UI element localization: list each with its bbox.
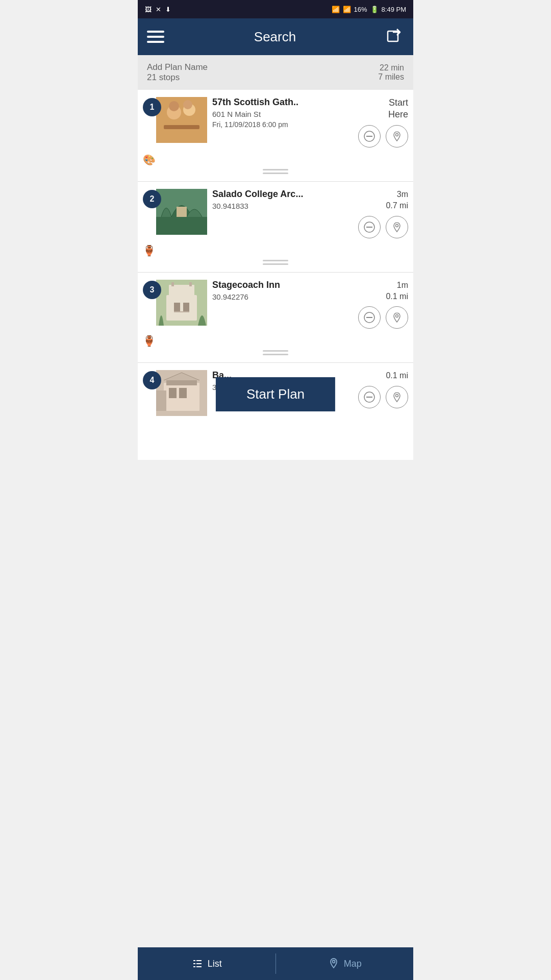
svg-rect-13 [177, 207, 187, 217]
svg-rect-18 [166, 295, 197, 321]
stop-right-3: 1m0.1 mi [358, 280, 408, 329]
svg-point-16 [396, 224, 398, 227]
stop-category-icon-1: 🎨 [143, 154, 156, 166]
battery-icon: 🔋 [370, 6, 379, 13]
stop-start-here: StartHere [388, 97, 408, 121]
battery-level: 16% [354, 6, 367, 13]
stop-item-2: 2 Salado College Arc... 30.941833 [138, 182, 413, 273]
wifi-icon: 📶 [332, 6, 340, 13]
remove-stop-1-button[interactable] [358, 125, 381, 148]
svg-rect-2 [156, 97, 207, 143]
stops-count: 21 stops [147, 72, 208, 83]
remove-stop-2-button[interactable] [358, 216, 381, 238]
status-bar: 🖼 ✕ ⬇ 📶 📶 16% 🔋 8:49 PM [138, 0, 413, 18]
stop-thumbnail-2 [156, 189, 207, 235]
stop-actions-2 [358, 216, 408, 238]
status-info: 📶 📶 16% 🔋 8:49 PM [332, 6, 406, 13]
map-stop-1-button[interactable] [386, 125, 408, 148]
status-icons: 🖼 ✕ ⬇ [145, 6, 171, 13]
svg-point-6 [169, 101, 179, 111]
map-stop-3-button[interactable] [386, 306, 408, 329]
stop-right-4: 0.1 mi [358, 370, 408, 408]
stop-right-1: StartHere [358, 97, 408, 148]
stop-item: 1 57th Scottish Gath.. 601 N Main [138, 90, 413, 182]
stop-name-2: Salado College Arc... [212, 189, 356, 200]
signal-icon: 📶 [343, 6, 351, 13]
stop-category-icon-2: 🏺 [143, 244, 156, 257]
stop-right-2: 3m0.7 mi [358, 189, 408, 238]
svg-rect-31 [169, 388, 177, 398]
remove-stop-4-button[interactable] [358, 386, 381, 408]
stop-info-2: Salado College Arc... 30.941833 [212, 189, 358, 212]
stop-number-1: 1 [143, 98, 161, 116]
nav-bar: Search [138, 18, 413, 55]
stop-name-1: 57th Scottish Gath.. [212, 97, 356, 108]
svg-rect-32 [179, 388, 187, 398]
svg-rect-20 [171, 282, 174, 286]
svg-point-27 [396, 315, 398, 317]
stop-coord-2: 30.941833 [212, 202, 356, 210]
stop-date-1: Fri, 11/09/2018 6:00 pm [212, 120, 356, 129]
menu-button[interactable] [147, 31, 164, 43]
plan-right-info: 22 min 7 miles [378, 63, 404, 82]
svg-rect-24 [174, 311, 189, 312]
stop-thumbnail-1 [156, 97, 207, 143]
svg-point-10 [396, 133, 398, 136]
map-stop-4-button[interactable] [386, 386, 408, 408]
svg-rect-21 [189, 282, 192, 286]
stops-list: 1 57th Scottish Gath.. 601 N Main [138, 90, 413, 460]
stop-actions-1 [358, 125, 408, 148]
svg-rect-22 [174, 303, 180, 312]
nav-title: Search [164, 29, 386, 45]
map-stop-2-button[interactable] [386, 216, 408, 238]
svg-rect-19 [169, 285, 194, 298]
plan-left-info: Add Plan Name 21 stops [147, 62, 208, 83]
stop-name-3: Stagecoach Inn [212, 280, 356, 290]
stop-coord-3: 30.942276 [212, 292, 356, 301]
stop-actions-4 [358, 386, 408, 408]
stop-distance-4: 0.1 mi [386, 370, 408, 381]
stop-distance-3: 1m0.1 mi [386, 280, 408, 303]
stop-thumbnail-4 [156, 370, 207, 416]
gallery-icon: 🖼 [145, 6, 152, 13]
remove-stop-3-button[interactable] [358, 306, 381, 329]
drag-handle-1[interactable] [143, 166, 408, 176]
svg-rect-5 [164, 125, 199, 129]
plan-distance: 7 miles [378, 72, 404, 82]
stop-info-1: 57th Scottish Gath.. 601 N Main St Fri, … [212, 97, 358, 129]
svg-rect-30 [156, 390, 166, 411]
stop-info-3: Stagecoach Inn 30.942276 [212, 280, 358, 303]
close-icon: ✕ [156, 6, 161, 13]
stop-item-3: 3 [138, 273, 413, 363]
stop-number-2: 2 [143, 190, 161, 208]
plan-duration: 22 min [378, 63, 404, 72]
plan-summary: Add Plan Name 21 stops 22 min 7 miles [138, 55, 413, 90]
stop-number-3: 3 [143, 281, 161, 299]
start-plan-button[interactable]: Start Plan [216, 377, 335, 411]
clock: 8:49 PM [382, 6, 406, 13]
plan-name[interactable]: Add Plan Name [147, 62, 208, 72]
stop-address-1: 601 N Main St [212, 110, 356, 118]
svg-rect-23 [183, 303, 189, 312]
stop-thumbnail-3 [156, 280, 207, 326]
svg-point-7 [183, 100, 192, 109]
svg-rect-12 [156, 217, 207, 235]
stop-item-4: 4 Ba... 30.942906 [138, 363, 413, 424]
drag-handle-3[interactable] [143, 347, 408, 357]
share-button[interactable] [386, 26, 404, 48]
stop-actions-3 [358, 306, 408, 329]
stop-distance-2: 3m0.7 mi [386, 189, 408, 212]
svg-rect-33 [166, 380, 197, 385]
stop-category-icon-3: 🏺 [143, 335, 156, 347]
drag-handle-2[interactable] [143, 257, 408, 267]
svg-point-36 [396, 394, 398, 397]
download-icon: ⬇ [165, 6, 171, 13]
